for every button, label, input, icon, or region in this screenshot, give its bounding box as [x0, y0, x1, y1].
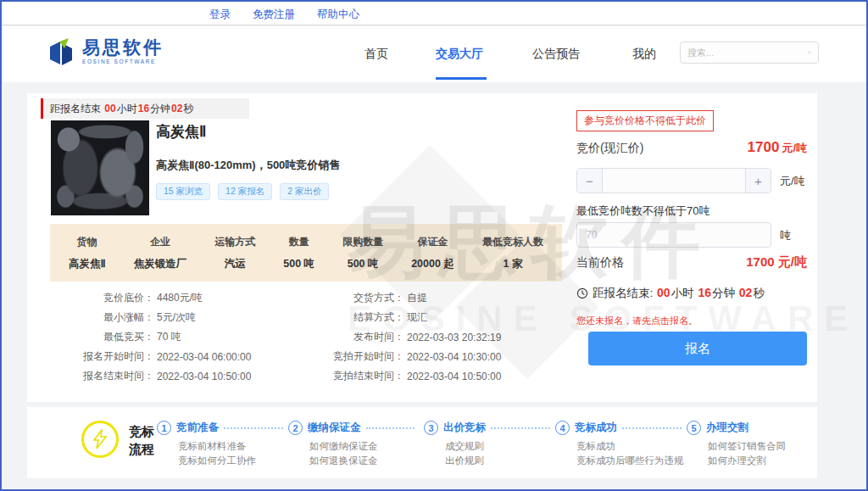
detail-row: 竞价底价：4480元/吨	[42, 288, 251, 308]
detail-row: 最小涨幅：5元/次吨	[42, 308, 251, 327]
signups-badge: 12 家报名	[218, 183, 272, 200]
step-link[interactable]: 竞标如何分工协作	[178, 454, 288, 468]
search-input[interactable]	[687, 47, 808, 58]
register-button[interactable]: 报名	[588, 332, 807, 365]
spec-goods: 货物 高炭焦Ⅱ	[69, 235, 106, 271]
step-link[interactable]: 如何签订销售合同	[708, 439, 797, 454]
countdown-seconds: 02	[171, 103, 182, 114]
panel-countdown: 距报名结束: 00小时 16分钟 02秒	[576, 286, 765, 301]
header: 易思软件 EOSINE SOFTWARE 首页 交易大厅 公告预告 我的	[2, 26, 866, 82]
tonnage-input[interactable]	[576, 222, 771, 248]
bid-price-stepper: − +	[576, 168, 771, 193]
spec-min-bidders: 最低竞标人数 1 家	[482, 235, 543, 271]
step-link[interactable]: 出价规则	[445, 454, 555, 468]
step-connector	[224, 427, 283, 429]
login-link[interactable]: 登录	[209, 8, 231, 22]
product-subtitle: 高炭焦Ⅱ(80-120mm)，500吨竞价销售	[156, 158, 340, 173]
lightning-icon	[81, 421, 119, 458]
current-price-label: 当前价格	[576, 255, 624, 271]
detail-row: 交货方式：自提	[277, 288, 501, 308]
step-title[interactable]: 竞前准备	[176, 421, 219, 435]
spec-transport: 运输方式 汽运	[214, 235, 255, 271]
detail-row: 发布时间：2022-03-03 20:32:19	[277, 327, 501, 347]
not-registered-warning: 您还未报名，请先点击报名。	[576, 315, 698, 327]
registration-countdown-strip: 距报名结束 00 小时 16 分钟 02 秒	[41, 98, 249, 119]
detail-row: 竞拍结束时间：2022-03-04 10:50:00	[277, 366, 501, 386]
step-link[interactable]: 成交规则	[445, 439, 555, 454]
product-title: 高炭焦Ⅱ	[156, 122, 206, 142]
nav-home[interactable]: 首页	[364, 47, 388, 62]
countdown-hours: 00	[104, 103, 115, 114]
step-title[interactable]: 出价竞标	[443, 421, 486, 435]
search-box[interactable]	[680, 42, 819, 64]
detail-list-left: 竞价底价：4480元/吨 最小涨幅：5元/次吨 最低竞买：70 吨 报名开始时间…	[42, 288, 251, 386]
register-link[interactable]: 免费注册	[253, 8, 295, 22]
step-connector	[622, 427, 682, 429]
step-link[interactable]: 竞标前材料准备	[178, 439, 288, 454]
step-link[interactable]: 竞标成功	[576, 439, 687, 454]
spec-enterprise: 企业 焦炭锻造厂	[134, 235, 187, 271]
topbar-links: 登录 免费注册 帮助中心	[209, 8, 359, 22]
app-window: 登录 免费注册 帮助中心 易思软件 EOSINE SOFTWARE 首页 交易大…	[0, 0, 868, 491]
process-step-3: 3 出价竞标 成交规则 出价规则	[424, 421, 555, 468]
bidding-process-card: 竞标 流程 1 竞前准备 竞标前材料准备 竞标如何分工协作 2 缴纳保证金 如何…	[27, 407, 817, 478]
step-title[interactable]: 竞标成功	[575, 421, 617, 435]
bid-price-row: 竞价(现汇价) 1700元/吨	[576, 139, 807, 156]
process-step-2: 2 缴纳保证金 如何缴纳保证金 如何退换保证金	[288, 421, 420, 468]
clock-icon	[576, 287, 588, 299]
detail-row: 最低竞买：70 吨	[42, 327, 251, 347]
auction-detail-card: 距报名结束 00 小时 16 分钟 02 秒 高炭焦Ⅱ 高炭焦Ⅱ(80-120m…	[27, 93, 817, 402]
process-step-4: 4 竞标成功 竞标成功 竞标成功后哪些行为违规	[555, 421, 687, 468]
min-price-notice: 参与竞价价格不得低于此价	[576, 110, 714, 131]
detail-row: 报名结束时间：2022-03-04 10:50:00	[42, 366, 251, 386]
topbar: 登录 免费注册 帮助中心	[2, 2, 866, 25]
logo[interactable]: 易思软件 EOSINE SOFTWARE	[47, 37, 164, 68]
bid-price-unit: 元/吨	[782, 142, 807, 154]
tonnage-unit-label: 吨	[780, 228, 791, 243]
bid-price-input[interactable]	[603, 169, 745, 192]
logo-text-en: EOSINE SOFTWARE	[82, 59, 164, 64]
step-connector	[366, 427, 415, 429]
detail-row: 报名开始时间：2022-03-04 06:00:00	[42, 347, 251, 366]
process-step-1: 1 竞前准备 竞标前材料准备 竞标如何分工协作	[157, 421, 288, 468]
step-title[interactable]: 缴纳保证金	[308, 421, 361, 435]
detail-row: 竞拍开始时间：2022-03-04 10:30:00	[277, 347, 501, 366]
help-center-link[interactable]: 帮助中心	[317, 8, 359, 22]
step-link[interactable]: 竞标成功后哪些行为违规	[576, 454, 687, 468]
process-step-5: 5 办理交割 如何签订销售合同 如何办理交割	[687, 421, 797, 468]
countdown-prefix: 距报名结束	[50, 102, 101, 116]
countdown-minutes: 16	[138, 103, 149, 114]
stepper-plus-button[interactable]: +	[745, 169, 771, 192]
spec-table: 货物 高炭焦Ⅱ 企业 焦炭锻造厂 运输方式 汽运 数量 500 吨 限购数量 5…	[50, 224, 562, 282]
current-price-value: 1700 元/吨	[746, 254, 807, 271]
detail-list-right: 交货方式：自提 结算方式：现汇 发布时间：2022-03-03 20:32:19…	[277, 288, 501, 386]
bid-price-label: 竞价(现汇价)	[576, 141, 643, 156]
current-price-row: 当前价格 1700 元/吨	[576, 254, 807, 271]
step-link[interactable]: 如何缴纳保证金	[309, 439, 420, 454]
spec-quantity: 数量 500 吨	[283, 235, 314, 271]
bid-panel: 参与竞价价格不得低于此价 竞价(现汇价) 1700元/吨 − + 元/吨 最低竞…	[576, 93, 814, 402]
bid-price-value: 1700	[748, 139, 780, 155]
process-title: 竞标 流程	[129, 422, 154, 458]
detail-row: 结算方式：现汇	[277, 308, 501, 327]
nav-announcements[interactable]: 公告预告	[532, 47, 580, 62]
product-tags: 15 家浏览 12 家报名 2 家出价	[156, 183, 329, 200]
stepper-unit-label: 元/吨	[780, 174, 805, 189]
step-connector	[491, 427, 550, 429]
spec-limit-quantity: 限购数量 500 吨	[342, 235, 383, 271]
min-tonnage-note: 最低竞价吨数不得低于70吨	[576, 204, 709, 219]
product-image	[51, 120, 149, 215]
bids-badge: 2 家出价	[280, 183, 329, 200]
step-title[interactable]: 办理交割	[706, 421, 748, 435]
step-link[interactable]: 如何办理交割	[708, 454, 797, 468]
stepper-minus-button[interactable]: −	[577, 169, 603, 192]
nav-trading-hall[interactable]: 交易大厅	[436, 47, 483, 62]
logo-text-cn: 易思软件	[82, 37, 164, 58]
step-link[interactable]: 如何退换保证金	[309, 454, 420, 468]
spec-deposit: 保证金 20000 起	[411, 235, 454, 271]
views-badge: 15 家浏览	[156, 183, 210, 200]
nav-mine[interactable]: 我的	[632, 47, 656, 62]
logo-icon	[47, 37, 76, 68]
nav-active-underline	[436, 77, 487, 80]
search-icon[interactable]	[808, 47, 811, 58]
